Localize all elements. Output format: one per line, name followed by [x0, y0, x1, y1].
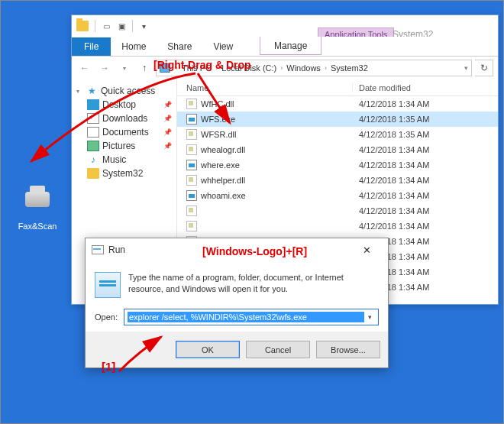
- ribbon: File Home Share View Manage: [72, 37, 498, 57]
- sidebar-item-music[interactable]: ♪Music: [73, 153, 175, 167]
- nav-recent-icon[interactable]: ▾: [116, 60, 133, 76]
- file-date: 4/12/2018 1:35 AM: [353, 115, 498, 124]
- sidebar-item-desktop[interactable]: Desktop📌: [73, 98, 175, 112]
- nav-item-icon: [87, 99, 99, 110]
- file-date: 4/12/2018 1:34 AM: [353, 176, 498, 185]
- fax-scan-icon: [24, 192, 51, 219]
- file-date: 4/12/2018 1:34 AM: [353, 222, 498, 231]
- file-date: 4/12/2018 1:34 AM: [353, 191, 498, 200]
- file-row[interactable]: 4/12/2018 1:34 AM: [177, 203, 498, 218]
- dll-file-icon: [186, 129, 197, 140]
- nav-item-icon: [87, 141, 99, 151]
- file-name: whhelper.dll: [201, 176, 245, 185]
- run-icon: [92, 244, 104, 255]
- close-button[interactable]: ✕: [351, 239, 382, 261]
- file-row[interactable]: whealogr.dll4/12/2018 1:34 AM: [177, 142, 498, 157]
- tab-view[interactable]: View: [202, 37, 244, 56]
- nav-item-label: Desktop: [102, 99, 136, 110]
- exe-file-icon: [186, 114, 197, 125]
- sidebar-item-downloads[interactable]: Downloads📌: [73, 112, 175, 125]
- qat-newfolder-icon[interactable]: ▣: [115, 20, 128, 32]
- nav-item-label: Downloads: [102, 113, 147, 124]
- file-date: 4/12/2018 1:34 AM: [353, 145, 498, 154]
- desktop-shortcut-fax-scan[interactable]: Fax&Scan: [13, 184, 62, 231]
- file-row[interactable]: whhelper.dll4/12/2018 1:34 AM: [177, 173, 498, 188]
- file-row[interactable]: where.exe4/12/2018 1:34 AM: [177, 157, 498, 173]
- nav-item-label: Pictures: [102, 141, 135, 151]
- file-row[interactable]: WFSR.dll4/12/2018 1:35 AM: [177, 127, 498, 142]
- tab-file[interactable]: File: [72, 37, 111, 56]
- file-name: where.exe: [201, 160, 240, 170]
- file-name: WFS.exe: [201, 115, 235, 124]
- desktop-shortcut-label: Fax&Scan: [13, 222, 62, 231]
- nav-up-icon[interactable]: ↑: [136, 60, 153, 76]
- nav-item-label: System32: [102, 168, 143, 179]
- breadcrumb-segment[interactable]: System32: [331, 63, 368, 73]
- pin-icon: 📌: [163, 128, 172, 136]
- file-row[interactable]: WFS.exe4/12/2018 1:35 AM: [177, 112, 498, 127]
- file-date: 4/12/2018 1:34 AM: [353, 206, 498, 215]
- open-label: Open:: [95, 312, 118, 322]
- file-name: whoami.exe: [201, 191, 246, 200]
- folder-icon: [76, 21, 89, 31]
- star-icon: ★: [86, 86, 98, 96]
- browse-button[interactable]: Browse...: [316, 341, 380, 358]
- sidebar-item-system32[interactable]: System32: [73, 167, 175, 180]
- nav-item-label: Documents: [102, 127, 149, 138]
- pin-icon: 📌: [163, 115, 172, 122]
- ok-button[interactable]: OK: [176, 341, 240, 358]
- file-name: whealogr.dll: [201, 145, 245, 154]
- file-row[interactable]: whoami.exe4/12/2018 1:34 AM: [177, 188, 498, 203]
- run-description: Type the name of a program, folder, docu…: [128, 272, 379, 298]
- file-name: WfHC.dll: [201, 99, 234, 108]
- tab-home[interactable]: Home: [111, 37, 157, 56]
- col-name[interactable]: Name: [177, 83, 353, 92]
- pin-icon: 📌: [163, 142, 172, 150]
- tab-manage[interactable]: Manage: [260, 37, 321, 55]
- nav-item-icon: [87, 168, 99, 179]
- dll-file-icon: [186, 99, 197, 109]
- file-name: WFSR.dll: [201, 130, 236, 139]
- tab-share[interactable]: Share: [157, 37, 202, 56]
- run-dialog: Run ✕ Type the name of a program, folder…: [85, 238, 389, 368]
- refresh-icon[interactable]: ↻: [475, 60, 493, 76]
- open-value[interactable]: explorer /select, %WINDIR%\System32\wfs.…: [128, 312, 364, 322]
- run-title-text: Run: [108, 244, 125, 255]
- breadcrumb-segment[interactable]: Windows: [286, 63, 321, 73]
- chevron-down-icon[interactable]: ▾: [364, 313, 375, 321]
- file-date: 4/12/2018 1:35 AM: [353, 130, 498, 139]
- nav-back-icon[interactable]: ←: [76, 60, 93, 76]
- pc-icon: [160, 63, 170, 73]
- sidebar-item-documents[interactable]: Documents📌: [73, 125, 175, 139]
- column-headers[interactable]: Name Date modified: [177, 79, 498, 96]
- col-date[interactable]: Date modified: [353, 83, 498, 92]
- collapse-icon[interactable]: ▾: [76, 88, 82, 95]
- nav-quick-access[interactable]: ▾ ★ Quick access: [73, 84, 175, 98]
- dll-file-icon: [186, 144, 197, 155]
- run-titlebar[interactable]: Run ✕: [86, 238, 388, 261]
- breadcrumb-segment[interactable]: This PC: [182, 63, 212, 73]
- dll-file-icon: [186, 175, 197, 186]
- file-row[interactable]: 4/12/2018 1:34 AM: [177, 218, 498, 234]
- nav-item-icon: [87, 127, 99, 138]
- nav-item-icon: [87, 113, 99, 124]
- exe-file-icon: [186, 160, 197, 170]
- exe-file-icon: [186, 190, 197, 201]
- pin-icon: 📌: [163, 101, 172, 108]
- file-date: 4/12/2018 1:34 AM: [353, 99, 498, 108]
- titlebar[interactable]: ▭ ▣ ▾: [72, 15, 498, 37]
- breadcrumb-segment[interactable]: Local Disk (C:): [221, 63, 276, 73]
- nav-item-label: Music: [102, 154, 126, 165]
- sidebar-item-pictures[interactable]: Pictures📌: [73, 139, 175, 153]
- dll-file-icon: [186, 221, 197, 231]
- breadcrumb[interactable]: › This PC› Local Disk (C:)› Windows› Sys…: [156, 60, 472, 76]
- cancel-button[interactable]: Cancel: [246, 341, 310, 358]
- file-date: 4/12/2018 1:34 AM: [353, 160, 498, 170]
- qat-properties-icon[interactable]: ▭: [100, 20, 112, 32]
- nav-forward-icon: →: [96, 60, 113, 76]
- open-combobox[interactable]: explorer /select, %WINDIR%\System32\wfs.…: [124, 309, 379, 325]
- nav-label: Quick access: [101, 86, 155, 96]
- file-row[interactable]: WfHC.dll4/12/2018 1:34 AM: [177, 96, 498, 112]
- qat-dropdown-icon[interactable]: ▾: [137, 20, 150, 32]
- address-toolbar: ← → ▾ ↑ › This PC› Local Disk (C:)› Wind…: [72, 57, 498, 79]
